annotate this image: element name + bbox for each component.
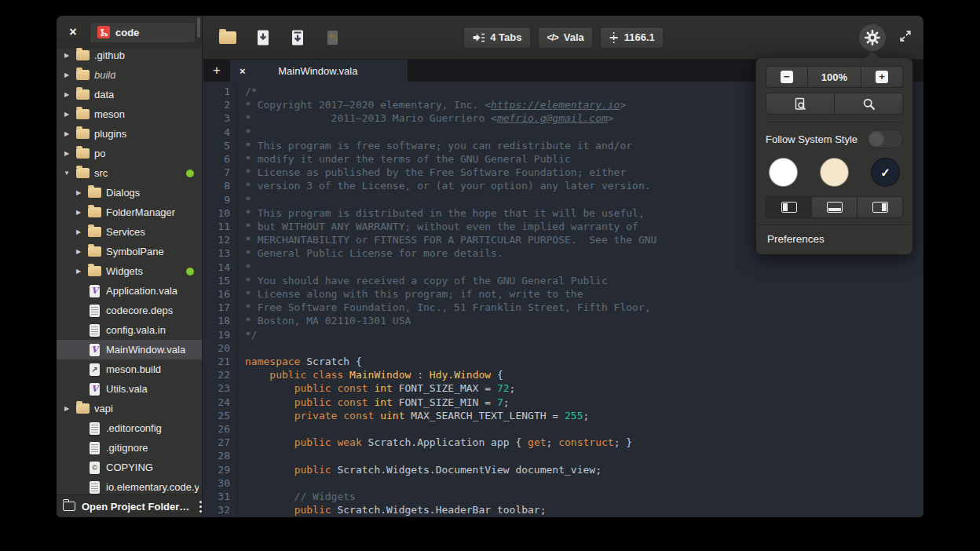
zoom-level-button[interactable]: 100% [808,66,861,88]
expander-icon[interactable]: ▶ [74,248,83,255]
modified-badge [186,170,194,177]
tree-item-meson.build[interactable]: ↗meson.build [57,359,202,379]
toggle-knob [868,131,884,147]
line-number: 33 [203,517,230,518]
window-close-button[interactable]: × [63,22,83,42]
tab-close-button[interactable]: × [236,65,249,77]
tree-item-plugins[interactable]: ▶plugins [57,124,202,144]
style-sepia-button[interactable] [820,158,849,187]
expander-icon[interactable]: ▶ [62,91,71,98]
tree-item-label: .github [94,49,125,61]
save-as-button[interactable] [288,27,307,48]
tree-item-label: po [94,148,105,159]
tree-item-data[interactable]: ▶data [57,85,202,104]
follow-system-style-label: Follow System Style [766,133,858,145]
tree-item-label: config.vala.in [106,324,166,336]
layout-panel-bottom-button[interactable] [812,196,858,218]
tab-overview-button[interactable]: 4 Tabs [463,27,531,49]
expander-icon[interactable]: ▶ [74,209,83,216]
line-number: 26 [203,422,230,436]
code-line: * Free Software Foundation, Inc., 51 Fra… [245,301,923,314]
goto-line-icon [609,31,619,44]
code-line: public Scratch.Widgets.DocumentView docu… [245,463,923,476]
follow-system-style-toggle[interactable] [867,130,903,148]
revert-button[interactable] [323,27,342,48]
tree-item-Widgets[interactable]: ▶Widgets [57,261,202,281]
tab-mainwindow[interactable]: × MainWindow.vala [230,60,408,82]
tree-item-label: Utils.vala [106,383,148,395]
code-editor-window: × code ▶.github▶build▶data▶meson▶plugins… [57,16,923,517]
tree-item-Services[interactable]: ▶Services [57,222,202,242]
preferences-button[interactable]: Preferences [756,225,912,254]
line-number: 32 [203,503,230,516]
tree-item-MainWindow.vala[interactable]: VMainWindow.vala [57,340,202,359]
open-file-button[interactable] [218,30,238,46]
expander-icon[interactable]: ▶ [62,405,71,412]
tree-item-label: Dialogs [106,187,140,199]
open-file-icon [219,31,236,44]
tree-item-label: FolderManager [106,206,175,218]
tree-item-label: Services [106,226,145,238]
tree-item-Application.vala[interactable]: VApplication.vala [57,281,202,301]
tree-item-io.elementary.code.yml[interactable]: io.elementary.code.yml [57,477,202,494]
tree-item-Utils.vala[interactable]: VUtils.vala [57,379,202,399]
style-light-button[interactable] [769,158,798,187]
tree-item-build[interactable]: ▶build [57,65,202,85]
save-button[interactable] [254,27,272,48]
tree-item-COPYING[interactable]: ©COPYING [57,458,202,477]
tab-overview-label: 4 Tabs [490,31,521,43]
folder-icon [76,109,90,119]
expander-icon[interactable]: ▼ [62,170,71,177]
tree-item-po[interactable]: ▶po [57,144,202,163]
tree-item-SymbolPane[interactable]: ▶SymbolPane [57,242,202,261]
tree-item-.gitignore[interactable]: .gitignore [57,438,202,458]
tree-item-label: Widgets [106,265,143,277]
fullscreen-button[interactable] [897,27,914,47]
tree-item-.editorconfig[interactable]: .editorconfig [57,418,202,438]
settings-button[interactable] [859,24,886,51]
folder-icon [88,266,101,276]
goto-line-button[interactable]: 1166.1 [600,27,664,49]
project-chip[interactable]: code [90,22,196,43]
expander-icon[interactable]: ▶ [62,130,71,137]
language-button[interactable]: </> Vala [537,27,593,49]
tree-item-Dialogs[interactable]: ▶Dialogs [57,183,202,203]
expander-icon[interactable]: ▶ [62,150,71,157]
tree-item-.github[interactable]: ▶.github [57,46,202,65]
find-in-document-button[interactable] [766,93,835,115]
layout-sidebar-right-button[interactable] [858,196,903,218]
zoom-in-button[interactable]: + [861,66,903,88]
style-dark-button[interactable]: ✓ [871,158,900,187]
tree-item-meson[interactable]: ▶meson [57,104,202,124]
open-project-folder-label: Open Project Folder… [82,501,189,513]
expander-icon[interactable]: ▶ [62,52,71,59]
folder-icon [76,70,90,80]
tree-item-src[interactable]: ▼src [57,163,202,183]
line-number: 21 [203,355,230,368]
open-project-folder-button[interactable]: Open Project Folder… [57,494,202,517]
line-number: 8 [203,179,230,192]
tree-item-label: io.elementary.code.yml [106,481,199,493]
zoom-out-button[interactable]: − [766,66,808,88]
line-number: 11 [203,220,230,233]
search-icon [862,97,876,111]
tree-item-codecore.deps[interactable]: codecore.deps [57,301,202,320]
line-number: 23 [203,381,230,395]
expander-icon[interactable]: ▶ [62,111,71,118]
sidebar-scrollbar[interactable] [197,17,200,38]
find-button[interactable] [835,93,903,115]
fullscreen-icon [898,29,912,43]
tree-item-vapi[interactable]: ▶vapi [57,399,202,418]
layout-sidebar-left-button[interactable] [766,196,812,218]
selected-check-icon: ✓ [880,166,890,180]
tree-item-config.vala.in[interactable]: config.vala.in [57,320,202,340]
folder-icon [88,246,101,257]
expander-icon[interactable]: ▶ [74,228,83,235]
expander-icon[interactable]: ▶ [74,268,83,275]
modified-badge [186,268,194,276]
expander-icon[interactable]: ▶ [74,189,83,196]
tree-item-FolderManager[interactable]: ▶FolderManager [57,203,202,222]
folder-icon [76,168,90,178]
expander-icon[interactable]: ▶ [62,71,71,78]
new-tab-button[interactable]: + [203,60,230,82]
